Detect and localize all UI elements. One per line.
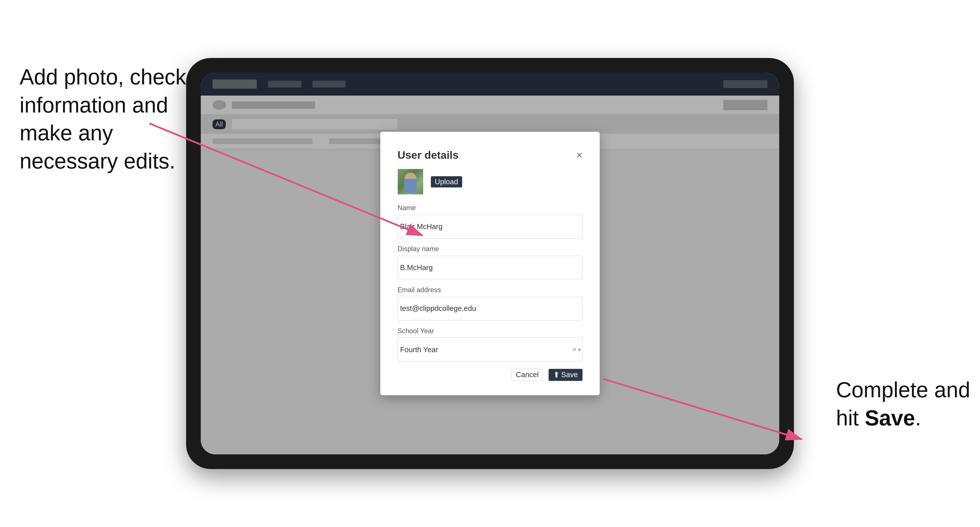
name-input[interactable] xyxy=(398,215,582,238)
app-background: All xyxy=(201,73,779,454)
save-button[interactable]: ⬆ Save xyxy=(549,369,582,381)
user-photo-thumbnail xyxy=(398,169,423,195)
modal-header: User details × xyxy=(398,149,582,161)
display-name-field-group: Display name xyxy=(398,245,582,279)
school-year-select[interactable]: Fourth Year First Year Second Year Third… xyxy=(398,338,582,361)
modal-close-button[interactable]: × xyxy=(576,150,582,161)
school-year-field-group: School Year Fourth Year First Year Secon… xyxy=(398,327,582,361)
email-field-group: Email address xyxy=(398,286,582,320)
annotation-right: Complete and hit Save. xyxy=(836,376,970,432)
display-name-input[interactable] xyxy=(398,256,582,279)
tablet: All xyxy=(186,58,794,469)
scene: Add photo, check information and make an… xyxy=(0,0,980,527)
user-details-modal: User details × Upload xyxy=(380,132,600,395)
name-field-group: Name xyxy=(398,204,582,238)
school-year-select-wrapper: Fourth Year First Year Second Year Third… xyxy=(398,338,582,361)
select-clear-icon[interactable]: × xyxy=(572,345,577,354)
modal-overlay: User details × Upload xyxy=(201,73,779,454)
photo-image xyxy=(398,169,423,194)
photo-section: Upload xyxy=(398,169,582,195)
modal-footer: Cancel ⬆ Save xyxy=(398,369,582,381)
display-name-label: Display name xyxy=(398,245,582,253)
school-year-label: School Year xyxy=(398,327,582,335)
photo-person-silhouette xyxy=(404,173,417,193)
upload-photo-button[interactable]: Upload xyxy=(431,176,462,187)
tablet-screen: All xyxy=(201,73,779,454)
name-label: Name xyxy=(398,204,582,212)
email-label: Email address xyxy=(398,286,582,294)
modal-title: User details xyxy=(398,149,459,161)
annotation-left: Add photo, check information and make an… xyxy=(19,63,196,175)
email-input[interactable] xyxy=(398,297,582,321)
cancel-button[interactable]: Cancel xyxy=(512,369,543,381)
save-icon: ⬆ xyxy=(553,370,560,379)
